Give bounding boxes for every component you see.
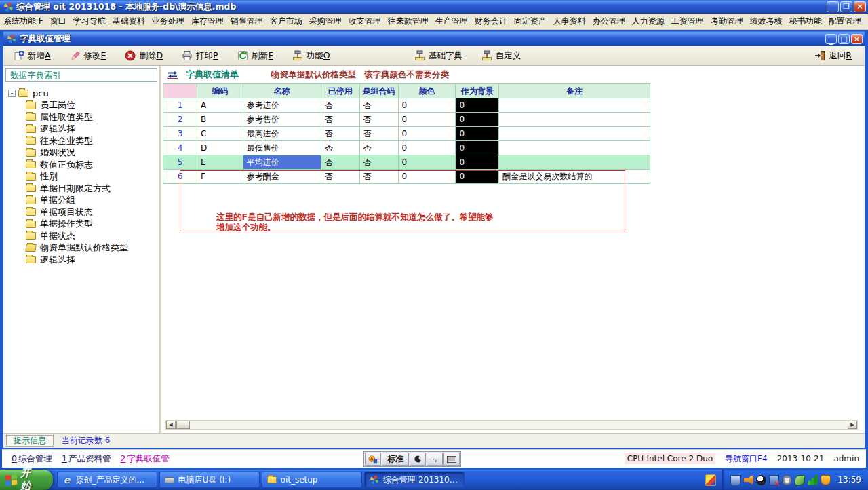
language-indicator-icon[interactable] [705,474,717,486]
table-cell[interactable]: 6 [163,170,197,184]
menu-item[interactable]: 秘书功能 [786,14,825,29]
table-cell[interactable]: 参考进价 [243,98,321,113]
window-link[interactable]: 1产品资料管 [62,453,111,465]
tree-item[interactable]: 往来企业类型 [3,135,159,147]
table-row[interactable]: 3C最高进价否否00 [163,127,650,141]
ime-standard-button[interactable]: 标准 [382,453,409,466]
minimize-button[interactable]: _ [827,1,839,12]
child-minimize-button[interactable]: _ [825,34,837,44]
volume-icon[interactable] [743,475,753,485]
table-cell[interactable] [499,127,650,141]
table-cell[interactable]: 0 [456,98,499,113]
scroll-left-arrow-icon[interactable]: ◀ [166,421,176,429]
table-cell[interactable]: 否 [360,170,399,184]
signal-icon[interactable] [808,475,818,485]
table-header-cell[interactable]: 是组合码 [360,84,399,98]
table-cell[interactable]: 否 [360,113,399,127]
restore-button[interactable]: ❐ [840,1,852,12]
menu-item[interactable]: 固定资产 [511,14,550,29]
menu-item[interactable]: 往来款管理 [384,14,432,29]
tree-expand-icon[interactable]: - [8,90,16,97]
nav-window-link[interactable]: 导航窗口F4 [725,453,768,465]
table-cell[interactable]: D [197,141,243,155]
table-cell[interactable]: 0 [399,170,456,184]
table-cell[interactable]: 4 [163,141,197,155]
tree-item[interactable]: 逻辑选择 [3,254,159,266]
table-cell[interactable]: 否 [321,170,360,184]
tree-item[interactable]: 单据日期限定方式 [3,183,159,195]
menu-item[interactable]: 绩效考核 [747,14,786,29]
table-cell[interactable]: A [197,98,243,113]
table-header-cell[interactable] [163,84,197,98]
table-cell[interactable] [499,141,650,155]
tree-item[interactable]: 逻辑选择 [3,124,159,136]
menu-item[interactable]: 工资管理 [668,14,707,29]
table-cell[interactable]: 否 [360,127,399,141]
table-cell[interactable]: 参考售价 [243,113,321,127]
refresh-button[interactable]: 刷新F [233,48,278,64]
tree-item[interactable]: 员工岗位 [3,100,159,112]
horizontal-scrollbar[interactable]: ◀ ▶ [165,420,858,430]
menu-item[interactable]: 基础资料 [109,14,149,29]
table-cell[interactable]: B [197,113,243,127]
ime-punctuation-icon[interactable]: ·, [427,453,443,466]
table-cell[interactable]: 0 [399,127,456,141]
table-cell[interactable]: 1 [163,98,197,113]
menu-item[interactable]: 生产管理 [432,14,471,29]
child-close-button[interactable]: × [851,34,863,44]
tree-item[interactable]: 数值正负标志 [3,159,159,171]
table-cell[interactable]: 否 [321,98,360,113]
table-cell[interactable]: 否 [360,155,399,170]
menu-item[interactable]: 采购管理 [306,14,345,29]
close-button[interactable]: × [854,1,866,12]
menu-item[interactable]: 学习导航 [70,14,109,29]
function-button[interactable]: 功能O [288,48,335,64]
menu-item[interactable]: 人力资源 [629,14,668,29]
menu-item[interactable]: 客户市场 [267,14,306,29]
leaf-icon[interactable] [795,475,805,485]
menu-item[interactable]: 办公管理 [589,14,629,29]
table-cell[interactable]: 0 [456,141,499,155]
delete-button[interactable]: 删除D [120,48,167,64]
tree-item[interactable]: 单据状态 [3,230,159,242]
menu-item[interactable]: 人事资料 [550,14,589,29]
menu-item[interactable]: 财务会计 [471,14,511,29]
table-cell[interactable]: 0 [399,141,456,155]
table-cell[interactable]: E [197,155,243,170]
shield-icon[interactable] [821,475,831,485]
taskbar-task[interactable]: e原创_产品定义的... [57,472,157,488]
table-cell[interactable]: 否 [360,141,399,155]
window-link[interactable]: 2字典取值管 [120,453,169,465]
basic-dictionary-button[interactable]: 基础字典 [410,48,467,64]
table-header-cell[interactable]: 已停用 [321,84,360,98]
return-button[interactable]: 返回R [810,48,856,64]
qq-icon[interactable] [756,475,766,485]
menu-item[interactable]: 考勤管理 [707,14,747,29]
ime-logo-icon[interactable] [365,453,381,466]
table-header-cell[interactable]: 作为背景 [456,84,499,98]
net-error-icon[interactable] [769,475,779,485]
table-cell[interactable]: 最高进价 [243,127,321,141]
menu-item[interactable]: 配置管理 [825,14,865,29]
child-maximize-button[interactable]: □ [838,34,850,44]
menu-item[interactable]: 窗口 [47,14,70,29]
swap-arrows-icon[interactable] [167,71,178,79]
taskbar-task[interactable]: 电脑店U盘 (I:) [159,472,260,488]
scrollbar-thumb[interactable] [176,421,190,429]
table-cell[interactable]: 3 [163,127,197,141]
menu-item[interactable]: 业务处理 [149,14,188,29]
table-row[interactable]: 6F参考酬金否否00酬金是以交易次数结算的 [163,170,650,184]
table-cell[interactable]: F [197,170,243,184]
tree-item[interactable]: 属性取值类型 [3,111,159,124]
table-cell[interactable]: 否 [321,141,360,155]
table-row[interactable]: 2B参考售价否否00 [163,113,650,127]
menu-item[interactable]: 销售管理 [227,14,267,29]
ime-keyboard-icon[interactable] [443,453,460,466]
tree-item[interactable]: -pcu [3,88,159,100]
table-cell[interactable]: 0 [399,113,456,127]
tree-item[interactable]: 单据分组 [3,195,159,207]
table-cell[interactable]: 0 [456,127,499,141]
scroll-right-arrow-icon[interactable]: ▶ [848,421,857,429]
table-cell[interactable]: 参考酬金 [243,170,321,184]
table-cell[interactable]: 最低售价 [243,141,321,155]
